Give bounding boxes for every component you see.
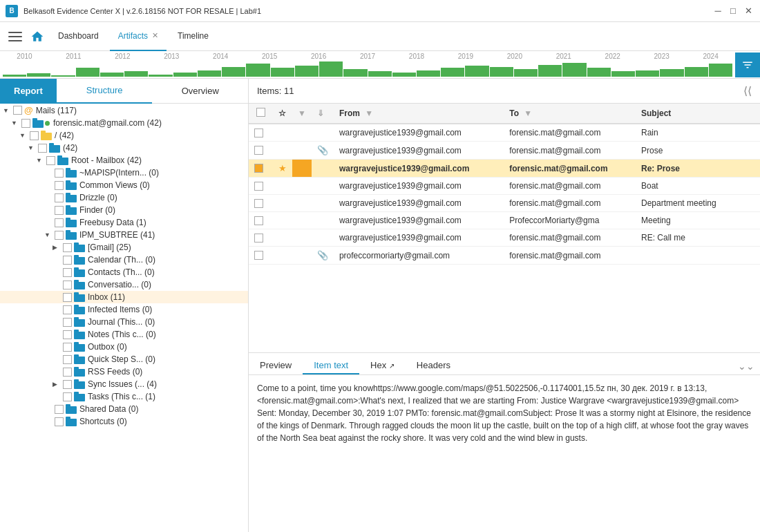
expand-arrow-rootmailbox[interactable]: ▼ bbox=[36, 157, 44, 164]
checkbox-slash[interactable] bbox=[30, 131, 39, 140]
table-row[interactable]: 📎profeccormoriarty@gmail.comforensic.mat… bbox=[249, 247, 760, 265]
tree-node-freebusy[interactable]: Freebusy Data (1) bbox=[0, 216, 248, 229]
tree-node-shareddata[interactable]: Shared Data (0) bbox=[0, 403, 248, 415]
row-checkbox[interactable] bbox=[254, 216, 263, 225]
row-bookmark[interactable] bbox=[273, 247, 292, 265]
checkbox-quickstep[interactable] bbox=[63, 355, 72, 364]
maximize-button[interactable]: □ bbox=[727, 5, 739, 17]
table-row[interactable]: ★wargravejustice1939@gmail.comforensic.m… bbox=[249, 160, 760, 178]
timeline-tab[interactable]: Timeline bbox=[169, 22, 217, 51]
tree-node-commonviews[interactable]: Common Views (0) bbox=[0, 179, 248, 191]
checkbox-rssfeeds[interactable] bbox=[63, 368, 72, 377]
expand-arrow-num42[interactable]: ▼ bbox=[28, 144, 36, 151]
report-button[interactable]: Report bbox=[0, 79, 57, 104]
minimize-button[interactable]: ─ bbox=[712, 5, 724, 17]
table-row[interactable]: wargravejustice1939@gmail.comforensic.ma… bbox=[249, 124, 760, 142]
timeline-filter-button[interactable] bbox=[735, 53, 760, 77]
checkbox-contacts[interactable] bbox=[63, 268, 72, 277]
filter-attachment-icon[interactable]: ▼ bbox=[298, 108, 306, 118]
expand-arrow-ipm[interactable]: ▼ bbox=[44, 231, 53, 238]
checkbox-inbox[interactable] bbox=[63, 293, 72, 302]
table-row[interactable]: wargravejustice1939@gmail.comProfeccorMo… bbox=[249, 212, 760, 229]
expand-arrow-forensic[interactable]: ▼ bbox=[11, 120, 19, 126]
tree-node-syncissues[interactable]: ▶Sync Issues (... (4) bbox=[0, 378, 248, 390]
row-bookmark[interactable] bbox=[273, 212, 292, 229]
row-checkbox[interactable] bbox=[254, 199, 263, 208]
checkbox-notes[interactable] bbox=[63, 330, 72, 339]
home-button[interactable] bbox=[28, 27, 47, 46]
row-bookmark[interactable] bbox=[273, 178, 292, 195]
row-checkbox[interactable] bbox=[254, 182, 263, 191]
checkbox-forensic[interactable] bbox=[21, 119, 30, 128]
tree-node-gmail[interactable]: ▶[Gmail] (25) bbox=[0, 241, 248, 254]
checkbox-rootmailbox[interactable] bbox=[46, 156, 55, 165]
tree-node-quickstep[interactable]: Quick Step S... (0) bbox=[0, 353, 248, 365]
checkbox-tasks[interactable] bbox=[63, 392, 72, 401]
hamburger-menu[interactable] bbox=[6, 27, 25, 46]
row-bookmark[interactable]: ★ bbox=[273, 160, 292, 178]
checkbox-commonviews[interactable] bbox=[55, 181, 64, 190]
tree-node-inbox[interactable]: Inbox (11) bbox=[0, 291, 248, 303]
tree-node-forensic[interactable]: ▼forensic.mat@gmail.com (42) bbox=[0, 117, 248, 129]
row-checkbox[interactable] bbox=[254, 129, 263, 137]
expand-arrow-gmail[interactable]: ▶ bbox=[53, 244, 61, 251]
structure-tab[interactable]: Structure bbox=[57, 79, 153, 104]
tree-node-outbox[interactable]: Outbox (0) bbox=[0, 341, 248, 353]
tree-node-num42[interactable]: ▼(42) bbox=[0, 142, 248, 154]
tree-node-shortcuts[interactable]: Shortcuts (0) bbox=[0, 415, 248, 428]
checkbox-shareddata[interactable] bbox=[55, 405, 64, 414]
checkbox-drizzle[interactable] bbox=[55, 193, 64, 202]
artifacts-tab-close[interactable]: ✕ bbox=[152, 31, 158, 40]
row-checkbox[interactable] bbox=[254, 234, 263, 243]
checkbox-infected[interactable] bbox=[63, 305, 72, 314]
checkbox-syncissues[interactable] bbox=[63, 380, 72, 389]
checkbox-mapisp[interactable] bbox=[55, 169, 64, 178]
overview-tab[interactable]: Overview bbox=[152, 79, 248, 104]
checkbox-freebusy[interactable] bbox=[55, 218, 64, 227]
checkbox-finder[interactable] bbox=[55, 206, 64, 215]
tree-node-mapisp[interactable]: ~MAPISP(Intern... (0) bbox=[0, 167, 248, 179]
tree-node-contacts[interactable]: Contacts (Th... (0) bbox=[0, 266, 248, 278]
select-all-checkbox[interactable] bbox=[256, 108, 265, 117]
table-row[interactable]: wargravejustice1939@gmail.comforensic.ma… bbox=[249, 195, 760, 212]
row-checkbox[interactable] bbox=[254, 164, 263, 173]
tree-node-tasks[interactable]: Tasks (This c... (1) bbox=[0, 390, 248, 403]
checkbox-gmail[interactable] bbox=[63, 243, 72, 252]
expand-arrow-slash[interactable]: ▼ bbox=[19, 132, 28, 139]
checkbox-conversatio[interactable] bbox=[63, 281, 72, 289]
tree-node-finder[interactable]: Finder (0) bbox=[0, 204, 248, 216]
checkbox-mails[interactable] bbox=[13, 106, 22, 115]
collapse-icon[interactable]: ⟨⟨ bbox=[743, 84, 752, 97]
checkbox-num42[interactable] bbox=[38, 144, 47, 153]
from-filter-icon[interactable]: ▼ bbox=[365, 108, 373, 118]
close-button[interactable]: ✕ bbox=[742, 5, 754, 17]
tree-node-journal[interactable]: Journal (This... (0) bbox=[0, 316, 248, 328]
tree-node-conversatio[interactable]: Conversatio... (0) bbox=[0, 278, 248, 291]
sort-icon[interactable]: ⇓ bbox=[317, 108, 324, 118]
checkbox-shortcuts[interactable] bbox=[55, 417, 64, 426]
to-filter-icon[interactable]: ▼ bbox=[524, 108, 532, 118]
row-bookmark[interactable] bbox=[273, 229, 292, 247]
preview-tab[interactable]: Preview bbox=[249, 357, 303, 374]
expand-arrow-syncissues[interactable]: ▶ bbox=[53, 381, 61, 388]
dashboard-tab[interactable]: Dashboard bbox=[50, 22, 107, 51]
tree-node-mails[interactable]: ▼@Mails (117) bbox=[0, 104, 248, 117]
table-row[interactable]: wargravejustice1939@gmail.comforensic.ma… bbox=[249, 178, 760, 195]
tree-node-ipm[interactable]: ▼IPM_SUBTREE (41) bbox=[0, 229, 248, 241]
headers-tab[interactable]: Headers bbox=[406, 357, 462, 374]
tree-node-rootmailbox[interactable]: ▼Root - Mailbox (42) bbox=[0, 154, 248, 167]
tree-node-infected[interactable]: Infected Items (0) bbox=[0, 303, 248, 316]
checkbox-journal[interactable] bbox=[63, 318, 72, 327]
bottom-expand-icon[interactable]: ⌄⌄ bbox=[732, 358, 760, 374]
artifacts-tab[interactable]: Artifacts ✕ bbox=[110, 22, 167, 51]
expand-arrow-mails[interactable]: ▼ bbox=[3, 107, 11, 114]
checkbox-outbox[interactable] bbox=[63, 343, 72, 352]
table-row[interactable]: wargravejustice1939@gmail.comforensic.ma… bbox=[249, 229, 760, 247]
tree-node-slash[interactable]: ▼/ (42) bbox=[0, 129, 248, 142]
row-checkbox[interactable] bbox=[254, 251, 263, 260]
tree-node-rssfeeds[interactable]: RSS Feeds (0) bbox=[0, 365, 248, 378]
checkbox-ipm[interactable] bbox=[55, 231, 64, 240]
row-bookmark[interactable] bbox=[273, 124, 292, 142]
row-bookmark[interactable] bbox=[273, 142, 292, 160]
tree-node-notes[interactable]: Notes (This c... (0) bbox=[0, 328, 248, 341]
